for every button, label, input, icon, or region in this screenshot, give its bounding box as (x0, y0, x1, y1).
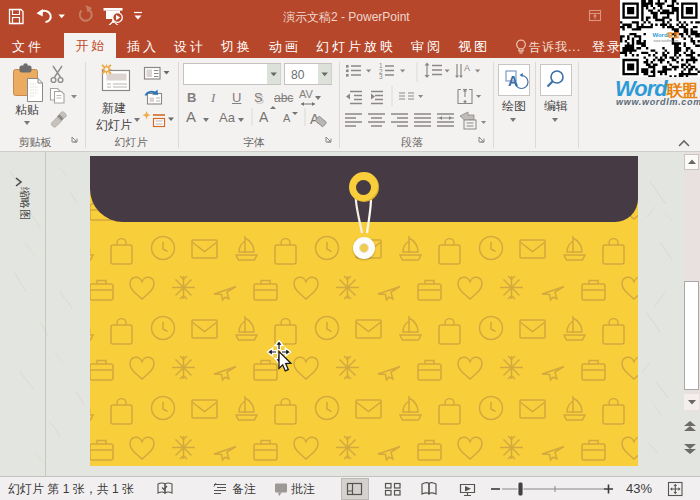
svg-text:Word联盟: Word联盟 (652, 31, 679, 39)
svg-text:3: 3 (379, 73, 383, 80)
svg-text:A: A (464, 63, 470, 73)
svg-text:80: 80 (291, 68, 305, 82)
svg-text:www.wordlm.com: www.wordlm.com (654, 39, 679, 43)
